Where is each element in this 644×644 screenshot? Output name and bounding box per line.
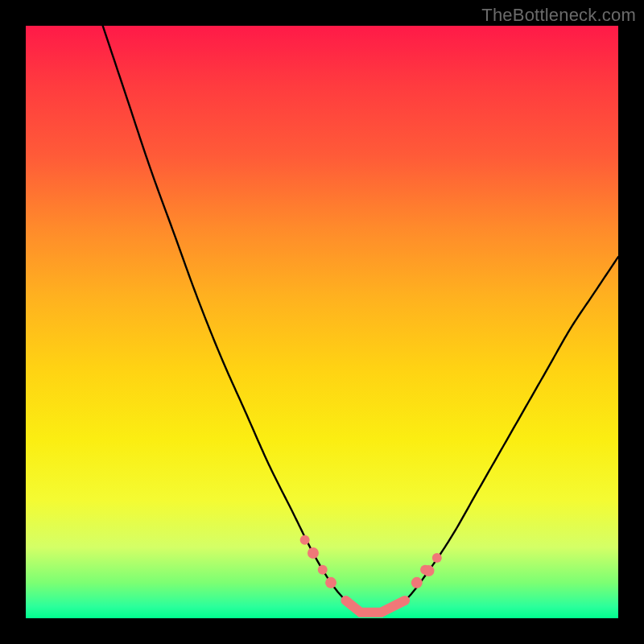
plot-area: [26, 26, 618, 618]
chart-frame: TheBottleneck.com: [0, 0, 644, 644]
curve-marker: [300, 535, 310, 545]
curve-marker: [308, 547, 319, 559]
trough-marker: [345, 601, 405, 613]
watermark-text: TheBottleneck.com: [481, 5, 636, 26]
curve-marker: [318, 565, 328, 575]
curve-marker: [432, 553, 442, 563]
bottleneck-curve: [26, 26, 618, 618]
curve-marker: [411, 577, 423, 588]
curve-marker: [423, 565, 434, 576]
curve-marker: [325, 577, 336, 588]
